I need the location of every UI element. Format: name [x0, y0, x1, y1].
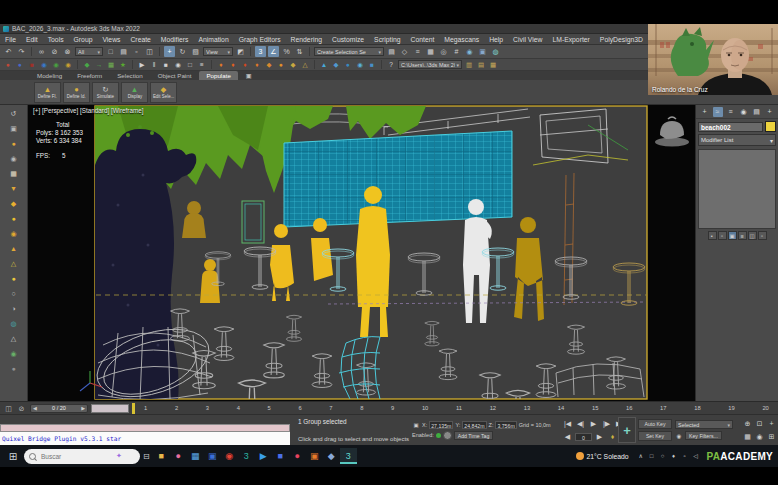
list-icon[interactable]: ≡ [197, 60, 207, 70]
megascans-icon[interactable]: ◆ [82, 60, 92, 70]
angle-snap-icon[interactable]: ∠ [268, 46, 279, 57]
ribbon-tab-object-paint[interactable]: Object Paint [151, 71, 199, 80]
vray-options-icon[interactable]: ◉ [63, 60, 73, 70]
frame-fwd-icon[interactable]: ▶ [594, 431, 605, 442]
vray-gi-icon[interactable]: ◉ [8, 228, 19, 239]
vray-render-icon[interactable]: ◉ [8, 153, 19, 164]
viewport-canvas[interactable] [28, 105, 695, 401]
word-icon[interactable]: ▣ [204, 448, 221, 464]
phoenix-foam-icon[interactable]: ■ [367, 60, 377, 70]
frame-fwd-arrow[interactable]: ▶ [81, 405, 85, 411]
rect-region-icon[interactable]: ▫ [131, 46, 142, 57]
menu-civil-view[interactable]: Civil View [508, 36, 547, 43]
utilities-tab-icon[interactable]: + [765, 107, 775, 117]
vray-material-icon[interactable]: ◑ [8, 303, 19, 314]
percent-snap-icon[interactable]: % [281, 46, 292, 57]
trackbar-ruler[interactable]: 1234567891011121314151617181920 [138, 405, 775, 411]
vray-fb-icon[interactable]: ● [15, 60, 25, 70]
frame-back-arrow[interactable]: ◀ [33, 405, 37, 411]
file-explorer-icon[interactable]: ■ [153, 448, 170, 464]
phoenix-ocean-icon[interactable]: ▲ [319, 60, 329, 70]
menu-content[interactable]: Content [406, 36, 440, 43]
next-frame-icon[interactable]: |▶ [601, 418, 612, 429]
help-icon[interactable]: ? [386, 60, 396, 70]
menu-animation[interactable]: Animation [193, 36, 233, 43]
vray-gpu-icon[interactable]: ◉ [51, 60, 61, 70]
go-start-icon[interactable]: |◀ [562, 418, 573, 429]
ribbon-tab-freeform[interactable]: Freeform [70, 71, 109, 80]
current-frame-field[interactable]: 0 [575, 433, 592, 441]
phoenix-wave-icon[interactable]: ◆ [331, 60, 341, 70]
render-setup-icon[interactable]: ▣ [477, 46, 488, 57]
scene-explorer-icon[interactable]: ▦ [488, 60, 498, 70]
stop-icon[interactable]: ■ [161, 60, 171, 70]
vray-toolbar-icon[interactable]: ↺ [8, 108, 19, 119]
menu-graph-editors[interactable]: Graph Editors [234, 36, 286, 43]
create-tab-icon[interactable]: + [700, 107, 710, 117]
task-view-icon[interactable]: ⊟ [143, 452, 150, 461]
current-frame-marker[interactable] [132, 403, 135, 414]
curve-editor-icon[interactable]: ◎ [438, 46, 449, 57]
undo-icon[interactable]: ↶ [3, 46, 14, 57]
vray-cone-icon[interactable]: ▲ [8, 243, 19, 254]
pause-icon[interactable]: ‖ [149, 60, 159, 70]
character-icon[interactable]: ◉ [675, 432, 683, 440]
hierarchy-tab-icon[interactable]: ≡ [726, 107, 736, 117]
pan-icon[interactable]: ◉ [754, 431, 765, 442]
trash-icon[interactable]: □ [185, 60, 195, 70]
vray-mesh-icon[interactable]: △ [8, 258, 19, 269]
weather-text[interactable]: 21°C Soleado [587, 453, 629, 460]
layer-manager-icon[interactable]: ▦ [425, 46, 436, 57]
plugin-icon[interactable]: ★ [118, 60, 128, 70]
object-color-swatch[interactable] [765, 121, 776, 132]
menu-megascans[interactable]: Megascans [439, 36, 484, 43]
listener-output[interactable]: Quixel Bridge Plugin v5.3.1 star [0, 432, 290, 445]
tray-expand-icon[interactable]: ∧ [637, 452, 645, 460]
isolate-selection-icon[interactable]: ◫ [3, 403, 14, 414]
define-idle-button[interactable]: ●Define Id. [63, 82, 90, 103]
unlink-icon[interactable]: ⊘ [49, 46, 60, 57]
movies-icon[interactable]: ▶ [255, 448, 272, 464]
key-mode-icon[interactable]: ♦ [607, 431, 618, 442]
vray-displace-icon[interactable]: △ [8, 333, 19, 344]
onedrive-icon[interactable]: ○ [659, 452, 667, 460]
vray-light-icon[interactable]: ○ [8, 288, 19, 299]
listener-input[interactable] [0, 424, 290, 432]
selection-lock-icon[interactable]: ⊘ [16, 403, 27, 414]
app-blue-icon[interactable]: ■ [272, 448, 289, 464]
menu-lm-exporter[interactable]: LM-Exporter [547, 36, 594, 43]
vray-ipr-icon[interactable]: ◉ [39, 60, 49, 70]
maxscript-mini-listener[interactable]: Quixel Bridge Plugin v5.3.1 star [0, 415, 290, 445]
schematic-view-icon[interactable]: # [451, 46, 462, 57]
ribbon-tab-selection[interactable]: Selection [110, 71, 149, 80]
modify-tab-icon[interactable]: ≈ [713, 107, 723, 117]
ribbon-tab-[interactable]: ▣ [239, 71, 259, 80]
trackbar-selection[interactable] [91, 404, 129, 413]
enabled-green-dot[interactable] [436, 433, 441, 438]
phoenix-liquid-icon[interactable]: ● [343, 60, 353, 70]
vray-sphere-icon[interactable]: ● [8, 213, 19, 224]
vray-clipper-icon[interactable]: ● [8, 363, 19, 374]
vray-toolbar-icon[interactable]: ▣ [8, 123, 19, 134]
record-icon[interactable]: ◉ [173, 60, 183, 70]
phoenix-body-icon[interactable]: ◆ [288, 60, 298, 70]
object-name-field[interactable]: beach002 [698, 122, 763, 132]
edit-selected-button[interactable]: ◆Edit Sele... [150, 82, 177, 103]
y-coordinate-field[interactable]: 24,842m [462, 421, 486, 429]
zoom-all-icon[interactable]: ⊡ [754, 418, 765, 429]
modifier-stack[interactable] [698, 149, 776, 229]
taskbar-search[interactable]: ✦ [24, 449, 140, 464]
select-object-icon[interactable]: □ [105, 46, 116, 57]
pivot-icon[interactable]: ◩ [235, 46, 246, 57]
bind-spacewarp-icon[interactable]: ⊗ [62, 46, 73, 57]
selection-lock-icon[interactable]: ▣ [412, 421, 420, 429]
phoenix-smoke-icon[interactable]: ♦ [252, 60, 262, 70]
ribbon-tab-populate[interactable]: Populate [199, 71, 237, 80]
vray-checker-icon[interactable]: ▦ [8, 168, 19, 179]
paint-app-icon[interactable]: ● [170, 448, 187, 464]
start-button[interactable]: ⊞ [5, 451, 21, 462]
align-icon[interactable]: ≡ [412, 46, 423, 57]
menu-views[interactable]: Views [97, 36, 125, 43]
play-animation-icon[interactable]: ▶ [588, 418, 599, 429]
search-input[interactable] [39, 452, 113, 461]
